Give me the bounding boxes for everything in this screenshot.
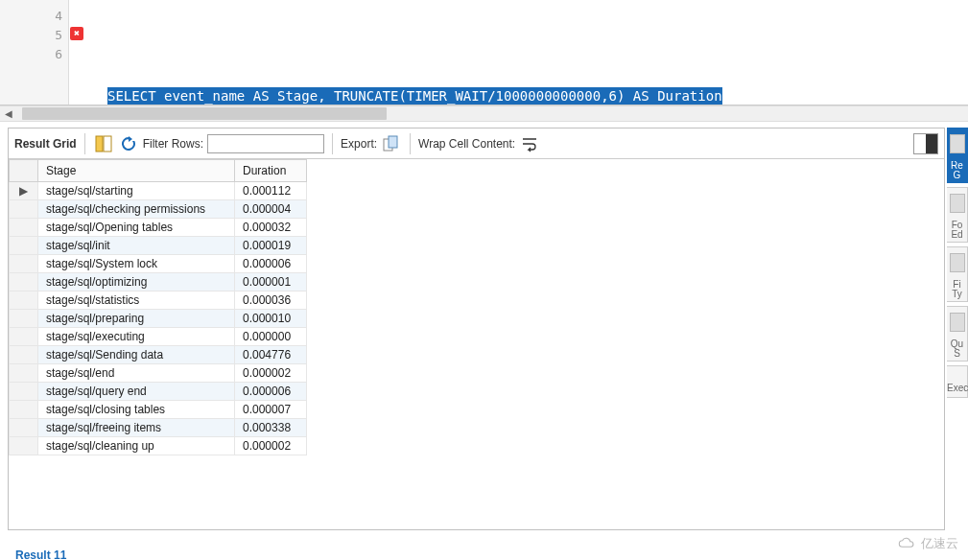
cell-duration[interactable]: 0.000010 [235, 310, 307, 328]
toggle-panel-icon[interactable] [913, 133, 938, 154]
separator [84, 133, 85, 154]
cell-duration[interactable]: 0.000006 [235, 383, 307, 401]
cell-stage[interactable]: stage/sql/init [38, 237, 235, 255]
watermark: 亿速云 [896, 535, 958, 552]
separator [410, 133, 411, 154]
table-row[interactable]: stage/sql/Opening tables0.000032 [10, 219, 307, 237]
result-toolbar: Result Grid Filter Rows: Export: Wrap Ce… [9, 128, 944, 159]
side-tab-result-grid[interactable]: Re G [947, 128, 968, 183]
side-tab-field-types[interactable]: Fi Ty [947, 246, 968, 302]
row-header[interactable] [10, 437, 38, 455]
side-tab-execution-plan[interactable]: Exec [947, 365, 968, 398]
cell-duration[interactable]: 0.000032 [235, 219, 307, 237]
column-header-duration[interactable]: Duration [235, 160, 307, 182]
cell-stage[interactable]: stage/sql/freeing items [38, 419, 235, 437]
table-row[interactable]: stage/sql/query end0.000006 [10, 383, 307, 401]
svg-rect-3 [389, 136, 397, 148]
cell-stage[interactable]: stage/sql/end [38, 364, 235, 383]
scroll-left-icon[interactable]: ◀ [0, 106, 16, 121]
scroll-thumb[interactable] [22, 107, 387, 120]
table-row[interactable]: stage/sql/cleaning up0.000002 [10, 437, 307, 455]
row-header-corner [10, 160, 38, 182]
cell-duration[interactable]: 0.000019 [235, 237, 307, 255]
line-number: 6 [0, 44, 68, 63]
row-header[interactable] [10, 364, 38, 383]
row-header[interactable]: ▶ [10, 182, 38, 200]
line-number: 4 [0, 6, 68, 25]
table-row[interactable]: stage/sql/executing0.000000 [10, 328, 307, 346]
export-label: Export: [341, 137, 377, 151]
table-row[interactable]: ▶stage/sql/starting0.000112 [10, 182, 307, 200]
svg-rect-0 [96, 136, 103, 152]
result-grid[interactable]: Stage Duration ▶stage/sql/starting0.0001… [9, 159, 944, 529]
filter-rows-label: Filter Rows: [143, 137, 203, 151]
table-row[interactable]: stage/sql/preparing0.000010 [10, 310, 307, 328]
table-row[interactable]: stage/sql/init0.000019 [10, 237, 307, 255]
cell-stage[interactable]: stage/sql/starting [38, 182, 235, 200]
cell-stage[interactable]: stage/sql/statistics [38, 292, 235, 310]
row-header[interactable] [10, 328, 38, 346]
cell-duration[interactable]: 0.000006 [235, 255, 307, 273]
row-header[interactable] [10, 200, 38, 219]
form-icon [950, 194, 965, 213]
refresh-icon[interactable] [118, 133, 139, 154]
table-row[interactable]: stage/sql/end0.000002 [10, 364, 307, 383]
cell-duration[interactable]: 0.000007 [235, 401, 307, 419]
side-tab-query-stats[interactable]: Qu S [947, 306, 968, 362]
side-tab-form-editor[interactable]: Fo Ed [947, 187, 968, 243]
cell-stage[interactable]: stage/sql/optimizing [38, 273, 235, 292]
row-header[interactable] [10, 219, 38, 237]
cell-duration[interactable]: 0.000001 [235, 273, 307, 292]
grid-icon [950, 134, 965, 153]
table-row[interactable]: stage/sql/checking permissions0.000004 [10, 200, 307, 219]
cell-duration[interactable]: 0.000004 [235, 200, 307, 219]
grid-view-icon[interactable] [93, 133, 114, 154]
separator [332, 133, 333, 154]
row-header[interactable] [10, 419, 38, 437]
code-line-selected: SELECT event_name AS Stage, TRUNCATE(TIM… [107, 86, 968, 105]
row-header[interactable] [10, 346, 38, 364]
cell-duration[interactable]: 0.000112 [235, 182, 307, 200]
side-tabs: Re G Fo Ed Fi Ty Qu S Exec [947, 128, 968, 530]
cell-stage[interactable]: stage/sql/cleaning up [38, 437, 235, 455]
row-header[interactable] [10, 255, 38, 273]
column-header-stage[interactable]: Stage [38, 160, 235, 182]
horizontal-scrollbar[interactable]: ◀ [0, 105, 968, 122]
filter-rows-input[interactable] [207, 134, 324, 153]
svg-rect-1 [104, 136, 111, 152]
cell-duration[interactable]: 0.000338 [235, 419, 307, 437]
code-line [107, 36, 968, 56]
export-icon[interactable] [381, 133, 402, 154]
wrap-cell-icon[interactable] [519, 133, 540, 154]
table-row[interactable]: stage/sql/freeing items0.000338 [10, 419, 307, 437]
row-header[interactable] [10, 273, 38, 292]
cell-stage[interactable]: stage/sql/System lock [38, 255, 235, 273]
cell-duration[interactable]: 0.004776 [235, 346, 307, 364]
row-header[interactable] [10, 401, 38, 419]
row-header[interactable] [10, 237, 38, 255]
cloud-icon [896, 537, 917, 550]
error-marker-icon[interactable]: ✖ [70, 27, 83, 40]
table-row[interactable]: stage/sql/statistics0.000036 [10, 292, 307, 310]
cell-stage[interactable]: stage/sql/executing [38, 328, 235, 346]
table-row[interactable]: stage/sql/System lock0.000006 [10, 255, 307, 273]
table-row[interactable]: stage/sql/Sending data0.004776 [10, 346, 307, 364]
cell-duration[interactable]: 0.000000 [235, 328, 307, 346]
stats-icon [950, 313, 965, 332]
cell-stage[interactable]: stage/sql/preparing [38, 310, 235, 328]
code-area[interactable]: SELECT event_name AS Stage, TRUNCATE(TIM… [69, 0, 968, 105]
cell-duration[interactable]: 0.000036 [235, 292, 307, 310]
table-row[interactable]: stage/sql/closing tables0.000007 [10, 401, 307, 419]
cell-stage[interactable]: stage/sql/Opening tables [38, 219, 235, 237]
cell-stage[interactable]: stage/sql/checking permissions [38, 200, 235, 219]
table-row[interactable]: stage/sql/optimizing0.000001 [10, 273, 307, 292]
cell-stage[interactable]: stage/sql/Sending data [38, 346, 235, 364]
row-header[interactable] [10, 310, 38, 328]
row-header[interactable] [10, 383, 38, 401]
result-tab[interactable]: Result 11 [15, 548, 66, 560]
cell-stage[interactable]: stage/sql/query end [38, 383, 235, 401]
cell-duration[interactable]: 0.000002 [235, 437, 307, 455]
cell-duration[interactable]: 0.000002 [235, 364, 307, 383]
row-header[interactable] [10, 292, 38, 310]
cell-stage[interactable]: stage/sql/closing tables [38, 401, 235, 419]
